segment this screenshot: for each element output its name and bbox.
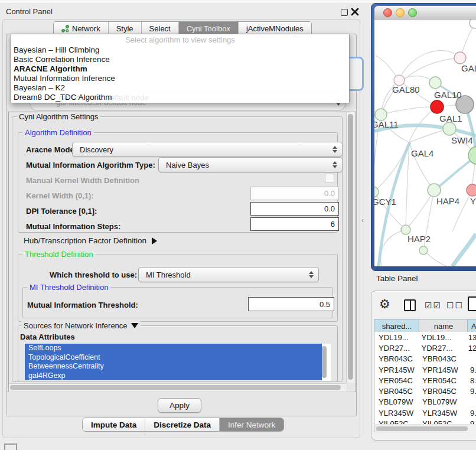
mi-threshold-field[interactable]: 0.5 — [248, 297, 334, 311]
close-icon[interactable] — [351, 8, 359, 16]
table-cell: YLR345W — [374, 409, 419, 418]
table-rows: YDL19...YDL19...13YDR27...YDR27...12YBR0… — [374, 332, 476, 424]
scrollbar-thumb[interactable] — [10, 385, 341, 390]
mi-steps-value: 6 — [331, 220, 335, 229]
mi-threshold-group-title: MI Threshold Definition — [27, 283, 110, 292]
deselect-all-checkboxes-icon[interactable]: ☐☐ — [446, 301, 464, 310]
mi-steps-field[interactable]: 6 — [250, 217, 339, 231]
tab-infer-network[interactable]: Infer Network — [220, 418, 283, 431]
dpi-tolerance-field[interactable]: 0.0 — [250, 202, 339, 216]
network-graph: GALGAL80GAL10GAL1GAL11SWI4GAL4GCY1HAP4YH… — [374, 19, 476, 266]
tab-cyni-toolbox[interactable]: Cyni Toolbox — [179, 22, 239, 35]
table-cell: YBR043C — [374, 354, 419, 363]
new-table-document-icon[interactable] — [468, 296, 476, 311]
column-header-name[interactable]: name — [419, 319, 468, 333]
network-node-label: SWI4 — [451, 135, 473, 145]
manual-kernel-checkbox[interactable] — [325, 174, 334, 183]
attribute-list-item[interactable]: SelfLoops — [25, 344, 322, 353]
algorithm-option[interactable]: ARACNE Algorithm — [12, 64, 348, 74]
scrollbar-thumb[interactable] — [376, 426, 468, 431]
table-cell: 13 — [466, 333, 476, 342]
network-node[interactable] — [467, 184, 476, 196]
table-row[interactable]: YIL052CYIL052C9 — [374, 418, 476, 424]
sources-title: Sources for Network Inference — [24, 321, 128, 330]
group-title: Cyni Algorithm Settings — [17, 112, 100, 121]
mi-type-label: Mutual Information Algorithm Type: — [26, 161, 155, 169]
split-columns-icon[interactable] — [404, 299, 416, 311]
sources-expander[interactable]: Sources for Network Inference — [21, 321, 141, 330]
tab-network[interactable]: Network — [54, 22, 109, 35]
network-node[interactable] — [443, 122, 456, 135]
network-window-titlebar[interactable] — [374, 6, 476, 19]
network-node[interactable] — [419, 246, 428, 255]
attribute-list-item[interactable]: gal4RGexp — [25, 371, 322, 381]
tab-style[interactable]: Style — [109, 22, 142, 35]
table-row[interactable]: YLR345WYLR345W9. — [374, 407, 476, 418]
gear-icon[interactable]: ⚙ — [379, 297, 390, 311]
zoom-traffic-light-icon[interactable] — [408, 8, 417, 17]
algorithm-option[interactable]: Dream8 DC_TDC Algorithm — [12, 93, 348, 102]
table-row[interactable]: YDR27...YDR27...12 — [374, 343, 476, 353]
table-row[interactable]: YBR043CYBR043C — [374, 354, 476, 364]
tab-select[interactable]: Select — [142, 22, 179, 35]
threshold-definition-title: Threshold Definition — [22, 250, 96, 259]
select-all-checkboxes-icon[interactable]: ☑☑ — [425, 301, 442, 310]
kernel-width-label: Kernel Width (0,1): — [26, 191, 94, 200]
network-node[interactable] — [375, 109, 387, 120]
list-scrollbar-thumb[interactable] — [322, 346, 327, 378]
network-edge[interactable] — [406, 142, 409, 229]
tab-label: Impute Data — [91, 420, 136, 429]
bottom-tabs: Impute Data Discretize Data Infer Networ… — [82, 418, 284, 432]
table-row[interactable]: YBR045CYBR045C9. — [374, 386, 476, 396]
network-edge-highlighted[interactable] — [452, 234, 476, 266]
network-node[interactable] — [470, 19, 476, 28]
algorithm-option[interactable]: Bayesian – Hill Climbing — [12, 45, 348, 55]
table-row[interactable]: YDL19...YDL19...13 — [374, 332, 476, 343]
attribute-list-item[interactable]: TopologicalCoefficient — [25, 353, 322, 363]
panel-divider-grip[interactable]: ‹ — [361, 216, 364, 224]
column-header-shared-name[interactable]: shared... — [374, 319, 419, 333]
minimize-traffic-light-icon[interactable] — [396, 8, 405, 17]
vertical-scrollbar[interactable] — [346, 112, 355, 383]
table-horizontal-scrollbar[interactable] — [374, 425, 476, 432]
algorithm-option[interactable]: Basic Correlation Inference — [12, 55, 348, 64]
network-node[interactable] — [429, 77, 441, 89]
table-row[interactable]: YPR145WYPR145W9. — [374, 364, 476, 375]
tab-jactivemnodules[interactable]: jActiveMNodules — [239, 22, 311, 35]
network-node[interactable] — [428, 184, 441, 197]
network-canvas[interactable]: GALGAL80GAL10GAL1GAL11SWI4GAL4GCY1HAP4YH… — [374, 19, 476, 266]
hub-definition-expander[interactable]: Hub/Transcription Factor Definition — [24, 236, 157, 245]
network-edge[interactable] — [406, 190, 434, 229]
minimized-panel-icon[interactable] — [4, 444, 17, 450]
which-threshold-select[interactable]: MI Threshold — [138, 267, 319, 282]
column-header-partial[interactable]: A — [467, 319, 476, 333]
data-attributes-list[interactable]: SelfLoopsTopologicalCoefficientBetweenne… — [25, 344, 331, 381]
aracne-mode-select[interactable]: Discovery — [72, 142, 343, 157]
horizontal-scrollbar[interactable] — [9, 383, 346, 392]
network-edge[interactable] — [374, 142, 409, 191]
table-row[interactable]: YER054CYER054C8. — [374, 375, 476, 386]
algorithm-option[interactable]: Mutual Information Inference — [12, 74, 348, 83]
table-cell: YER054C — [419, 376, 468, 385]
tab-discretize-data[interactable]: Discretize Data — [145, 418, 220, 431]
tab-impute-data[interactable]: Impute Data — [83, 418, 145, 431]
dpi-tolerance-label: DPI Tolerance [0,1]: — [26, 207, 97, 216]
network-edge[interactable] — [381, 107, 436, 115]
tab-label: Network — [72, 24, 100, 33]
table-cell: YDL19... — [374, 333, 419, 342]
mi-type-select[interactable]: Naive Bayes — [158, 157, 343, 172]
table-cell: 9. — [468, 366, 476, 374]
tab-label: Infer Network — [228, 420, 275, 429]
float-panel-icon[interactable] — [341, 9, 348, 16]
close-traffic-light-icon[interactable] — [383, 8, 392, 17]
network-edge[interactable] — [381, 230, 406, 266]
table-row[interactable]: YBL079WYBL079W — [374, 397, 476, 407]
algorithm-option[interactable]: Bayesian – K2 — [12, 83, 348, 93]
network-node[interactable] — [454, 52, 466, 64]
tab-label: Cyni Toolbox — [187, 24, 230, 33]
network-node[interactable] — [431, 100, 444, 113]
attribute-list-item[interactable]: BetweennessCentrality — [25, 362, 322, 371]
network-node[interactable] — [401, 225, 410, 234]
apply-button[interactable]: Apply — [158, 398, 201, 413]
scrollbar-thumb[interactable] — [348, 114, 353, 380]
